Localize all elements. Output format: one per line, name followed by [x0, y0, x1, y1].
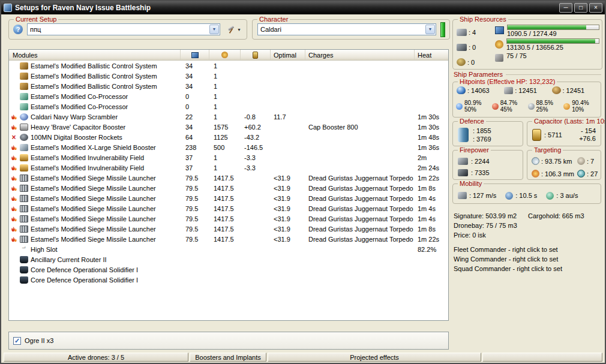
module-name: Estamel's Modified Siege Missile Launche… [31, 236, 181, 243]
modules-table: Modules Optimal Charges Heat Estamel's M… [8, 49, 449, 321]
squad-commander-setting[interactable]: Squad Commander - right click to set [454, 264, 604, 273]
agility-icon [505, 192, 513, 200]
max-velocity: : 127 m/s [458, 192, 496, 199]
module-row[interactable]: Estamel's Modified Siege Missile Launche… [9, 224, 448, 234]
module-cpu-value: 34 [181, 124, 209, 131]
hitpoints-label: Hitpoints (Effective HP: 132,232) [458, 78, 557, 85]
window-title: Setups for Raven Navy Issue Battleship [15, 4, 557, 12]
em-armor-resist: 50% [464, 106, 481, 113]
module-row[interactable]: Estamel's Modified X-Large Shield Booste… [9, 142, 448, 152]
defence-value-1: : 1855 [473, 127, 491, 135]
module-heat-value: 1m 22s [415, 175, 448, 182]
armor-hp: : 12451 [504, 86, 551, 94]
chevron-down-icon[interactable] [425, 25, 435, 34]
module-row[interactable]: High Slot82.2% [9, 244, 448, 254]
maximize-button[interactable]: □ [574, 3, 587, 13]
module-row[interactable]: Caldari Navy Warp Scrambler221-0.811.71m… [9, 112, 448, 122]
explosive-armor-resist: 10% [572, 106, 589, 113]
module-heat-value: 1m 48s [415, 134, 448, 141]
module-row[interactable]: Estamel's Modified Ballistic Control Sys… [9, 71, 448, 81]
cpu-column-icon [191, 52, 199, 58]
modules-column-header[interactable]: Modules [9, 50, 181, 60]
capacitor-column-header[interactable] [241, 50, 271, 60]
sensor-strength-value: : 27 [587, 170, 598, 178]
targeting-range-icon [532, 157, 539, 165]
module-row[interactable]: Estamel's Modified Siege Missile Launche… [9, 183, 448, 193]
module-row[interactable]: Estamel's Modified Co-Processor01 [9, 91, 448, 101]
character-combobox[interactable]: Caldari [257, 23, 436, 35]
modules-table-header[interactable]: Modules Optimal Charges Heat [9, 50, 448, 61]
module-row[interactable]: Estamel's Modified Co-Processor01 [9, 101, 448, 112]
module-name: Estamel's Modified Siege Missile Launche… [31, 195, 181, 202]
shield-hp: : 14063 [457, 86, 504, 94]
tab-projected-effects[interactable]: Projected effects [268, 353, 481, 362]
module-row[interactable]: Heavy 'Brave' Capacitor Booster341575+60… [9, 122, 448, 132]
module-row[interactable]: ×100MN Digital Booster Rockets641125-43.… [9, 132, 448, 142]
module-icon-cell [19, 256, 31, 263]
module-row[interactable]: Estamel's Modified Invulnerability Field… [9, 163, 448, 173]
overheat-flames-icon [9, 164, 19, 172]
module-cpu-value: 64 [181, 134, 209, 141]
charges-column-header[interactable]: Charges [305, 50, 415, 60]
module-row[interactable]: Estamel's Modified Ballistic Control Sys… [9, 61, 448, 71]
module-row[interactable]: Estamel's Modified Siege Missile Launche… [9, 213, 448, 224]
powergrid-bar [506, 38, 599, 44]
empty-high-slot-icon [20, 246, 28, 253]
align-time-value: : 10.5 s [515, 192, 537, 199]
em-shield-resist: 80.9% [464, 100, 481, 106]
module-row[interactable]: Estamel's Modified Siege Missile Launche… [9, 173, 448, 183]
launcher-hardpoints-icon [457, 44, 467, 51]
chevron-down-icon[interactable] [209, 25, 219, 34]
siege-launcher-icon [20, 175, 28, 182]
drone-checkbox[interactable] [13, 337, 21, 345]
module-row[interactable]: Estamel's Modified Siege Missile Launche… [9, 193, 448, 203]
module-row[interactable]: Estamel's Modified Ballistic Control Sys… [9, 81, 448, 91]
mobility-group: Mobility : 127 m/s : 10.5 s : 3 au/s [452, 183, 601, 204]
kinetic-armor-resist: 25% [536, 106, 553, 113]
module-cpu-value: 0 [181, 93, 209, 100]
module-cpu-value: 0 [181, 103, 209, 110]
fleet-commander-setting[interactable]: Fleet Commander - right click to set [454, 245, 604, 254]
module-icon-cell [19, 175, 31, 182]
title-bar[interactable]: Setups for Raven Navy Issue Battleship ─… [1, 1, 605, 14]
explosive-resists: 90.4% 10% [563, 100, 599, 113]
resources-column: 1090.5 / 1274.49 13130.5 / 13656.25 [495, 25, 599, 69]
module-heat-value: 1m 4s [415, 205, 448, 212]
module-row[interactable]: Estamel's Modified Invulnerability Field… [9, 152, 448, 163]
tab-active-drones[interactable]: Active drones: 3 / 5 [4, 353, 188, 362]
minimize-button[interactable]: ─ [559, 3, 572, 13]
module-name: Estamel's Modified Invulnerability Field [31, 164, 181, 172]
calibration-value: 75 / 75 [506, 52, 599, 60]
turret-hardpoints-value: : 4 [469, 29, 476, 36]
module-icon-cell [19, 225, 31, 233]
module-name: High Slot [31, 246, 181, 253]
module-heat-value: 2m [415, 154, 448, 161]
heat-column-header[interactable]: Heat [415, 50, 448, 60]
module-name: Core Defence Operational Solidifier I [31, 266, 181, 273]
overheat-flames-icon [9, 225, 19, 233]
module-row[interactable]: Ancillary Current Router II [9, 254, 448, 264]
max-velocity-value: : 127 m/s [469, 192, 496, 199]
cpu-column-header[interactable] [181, 50, 209, 60]
targeting-range: : 93.75 km [532, 155, 577, 167]
module-row[interactable]: Estamel's Modified Siege Missile Launche… [9, 234, 448, 244]
module-cpu-value: 79.5 [181, 215, 209, 222]
module-row[interactable]: Estamel's Modified Siege Missile Launche… [9, 203, 448, 213]
powergrid-column-header[interactable] [209, 50, 241, 60]
module-row[interactable]: Core Defence Operational Solidifier I [9, 275, 448, 285]
tab-boosters-and-implants[interactable]: Boosters and Implants [190, 353, 266, 362]
wing-commander-setting[interactable]: Wing Commander - right click to set [454, 254, 604, 264]
module-row[interactable]: Core Defence Operational Solidifier I [9, 264, 448, 275]
setup-tools-button[interactable] [223, 23, 245, 35]
module-powergrid-value: 1417.5 [209, 185, 241, 192]
thermal-resists: 84.7% 45% [492, 100, 528, 113]
close-button[interactable]: × [589, 3, 602, 13]
current-setup-label: Current Setup [14, 16, 58, 23]
optimal-column-header[interactable]: Optimal [271, 50, 305, 60]
setup-combobox[interactable]: ппц [27, 23, 220, 35]
powergrid-icon [495, 40, 503, 49]
warp-speed: : 3 au/s [546, 192, 578, 200]
overheat-flames-icon [9, 123, 19, 131]
help-icon[interactable] [13, 25, 23, 34]
character-combobox-value: Caldari [258, 26, 425, 33]
